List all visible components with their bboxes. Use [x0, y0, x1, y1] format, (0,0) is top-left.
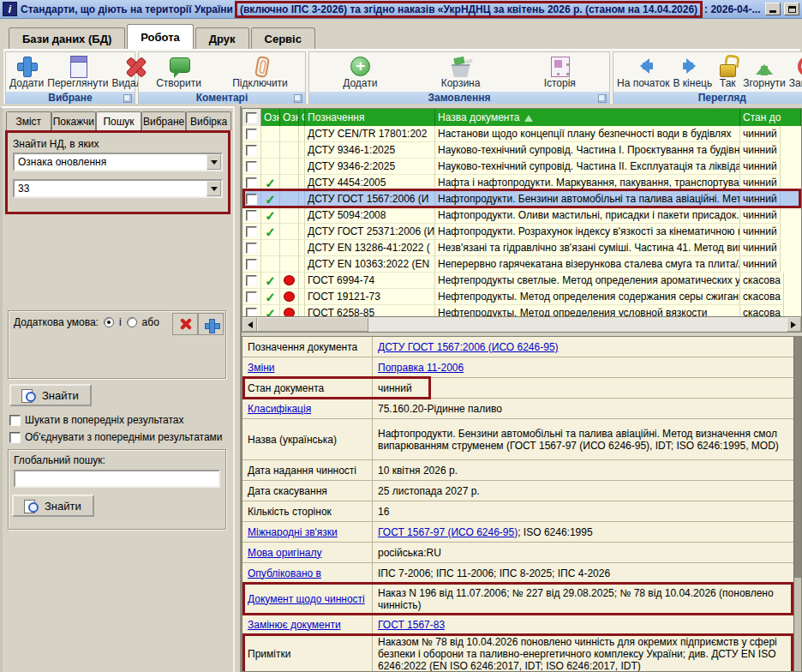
sidebar-tab[interactable]: Вибране	[141, 111, 187, 130]
dialog-launcher-icon[interactable]	[294, 94, 302, 103]
details-label-link[interactable]: Опубліковано в	[248, 567, 321, 579]
main-tab-label: Друк	[209, 33, 236, 45]
row-checkbox[interactable]	[246, 226, 257, 237]
details-value-link[interactable]: ГОСТ 1567-97 (ИСО 6246-95)	[378, 526, 518, 538]
header-mark1[interactable]: Озн	[261, 109, 280, 126]
select-all-checkbox[interactable]	[246, 112, 257, 123]
scroll-right-button[interactable]	[787, 317, 801, 332]
scroll-left-button[interactable]	[242, 317, 257, 332]
ribbon-button[interactable]: Створити	[154, 53, 203, 91]
main-tab[interactable]: Друк	[195, 27, 249, 49]
maximize-icon	[788, 6, 796, 13]
sidebar-tab[interactable]: Покажчи	[51, 111, 97, 130]
header-designation[interactable]: Позначення	[305, 109, 435, 126]
row-mark2-cell	[280, 289, 299, 305]
search-value-select[interactable]: 33	[13, 179, 223, 198]
header-mark2[interactable]: Озн	[280, 109, 299, 126]
main-tab[interactable]: Сервіс	[251, 27, 315, 49]
search-field-select[interactable]: Ознака оновлення	[13, 153, 223, 171]
sidebar-tab[interactable]: Вибірка	[186, 111, 231, 130]
remove-condition-button[interactable]	[172, 313, 198, 335]
row-checkbox[interactable]	[246, 145, 257, 156]
details-value-link[interactable]: ГОСТ 1567-83	[378, 619, 445, 631]
panel-splitter[interactable]	[233, 106, 242, 672]
table-row[interactable]: ✓ ДСТУ ГОСТ 25371:2006 (И Нафтопродукти.…	[242, 224, 801, 240]
find-button[interactable]: Знайти	[9, 384, 92, 406]
ribbon-group: Додати Корзина Історія Замовлення	[308, 51, 610, 104]
dialog-launcher-icon[interactable]	[123, 94, 132, 103]
details-label-link[interactable]: Замінює документи	[248, 619, 341, 631]
table-row[interactable]: ✓ ДСТУ 5094:2008 Нафтопродукти. Оливи ма…	[242, 207, 801, 224]
radio-or[interactable]	[127, 317, 137, 327]
cell-state: чинний	[740, 240, 781, 256]
details-vertical-scrollbar[interactable]	[793, 337, 801, 671]
table-row[interactable]: ✓ ДСТУ 9346-1:2025 Науково-технічний суп…	[242, 142, 801, 159]
details-label-link[interactable]: Зміни	[248, 362, 275, 374]
minimize-button[interactable]	[765, 3, 781, 15]
details-label-link[interactable]: Класифікація	[248, 403, 311, 415]
radio-and[interactable]	[104, 317, 114, 327]
ribbon-button-label: Згорнути	[743, 77, 786, 89]
table-row[interactable]: ✓ ДСТУ 9346-2:2025 Науково-технічний суп…	[242, 159, 801, 175]
details-row: Зміни Поправка 11-2006	[242, 357, 793, 378]
row-mark2-cell	[280, 175, 299, 191]
ribbon-button[interactable]: На початок	[615, 53, 672, 91]
details-label-link[interactable]: Документ щодо чинності	[248, 593, 365, 605]
details-value: Нафтопродукти. Бензини автомобільні та п…	[378, 428, 788, 452]
row-checkbox[interactable]	[246, 210, 257, 221]
merge-with-previous-checkbox[interactable]	[9, 432, 21, 443]
table-row[interactable]: ✓ ДСТУ EN 13286-41:2022 ( Незв'язані та …	[242, 240, 801, 256]
radio-and-label: і	[119, 316, 122, 328]
ribbon-button[interactable]: Історія	[542, 53, 578, 91]
row-checkbox[interactable]	[246, 129, 257, 140]
details-value-link[interactable]: Поправка 11-2006	[378, 362, 464, 374]
row-checkbox[interactable]	[246, 161, 257, 172]
table-row[interactable]: ✓ ДСТУ ГОСТ 1567:2006 (И Нафтопродукти. …	[242, 191, 801, 207]
ribbon-group-strip: Коментарі	[139, 92, 305, 104]
ribbon-button[interactable]: В кінець	[672, 53, 715, 91]
search-in-previous-checkbox[interactable]	[9, 415, 21, 426]
header-mark3[interactable]: О	[299, 109, 305, 126]
table-row[interactable]: ✓ ДСТУ EN 10363:2022 (EN Неперервно гаря…	[242, 256, 801, 273]
details-value-text: Нафтопродукти. Бензини автомобільні та п…	[378, 428, 779, 452]
table-row[interactable]: ✓ ГОСТ 6994-74 Нефтепродукты светлые. Ме…	[242, 273, 801, 289]
details-value-cell: ДСТУ ГОСТ 1567:2006 (ИСО 6246-95)	[373, 337, 793, 357]
ribbon-button[interactable]: Додати	[341, 53, 379, 91]
ribbon-button[interactable]: Корзина	[440, 53, 482, 91]
add-condition-button[interactable]	[198, 313, 224, 335]
table-row[interactable]: ✓ ГОСТ 19121-73 Нефтепродукты. Метод опр…	[242, 289, 801, 305]
row-checkbox[interactable]	[246, 177, 257, 189]
details-rows: Позначення документа ДСТУ ГОСТ 1567:2006…	[242, 337, 793, 672]
table-row[interactable]: ✓ ДСТУ CEN/TR 17801:202 Настанови щодо к…	[242, 126, 801, 142]
global-find-button[interactable]: Знайти	[12, 495, 94, 517]
details-label-link[interactable]: Міжнародні зв'язки	[248, 526, 338, 538]
main-tab[interactable]: Бази даних (БД)	[9, 27, 125, 49]
main-tab[interactable]: Робота	[127, 24, 194, 49]
dialog-launcher-icon[interactable]	[598, 94, 607, 103]
details-value-link[interactable]: ДСТУ ГОСТ 1567:2006 (ИСО 6246-95)	[378, 341, 559, 353]
scrollbar-thumb[interactable]	[257, 317, 368, 332]
ribbon-button[interactable]: Закрити	[787, 53, 802, 91]
row-checkbox[interactable]	[246, 275, 257, 286]
global-search-input[interactable]	[14, 470, 220, 488]
dropdown-button[interactable]	[206, 181, 221, 196]
maximize-button[interactable]	[784, 3, 799, 15]
row-checkbox[interactable]	[246, 291, 257, 303]
header-name[interactable]: Назва документа	[435, 109, 740, 126]
horizontal-scrollbar[interactable]	[242, 316, 801, 332]
row-checkbox[interactable]	[246, 194, 257, 205]
ribbon-button[interactable]: Додати	[8, 53, 45, 91]
ribbon-button[interactable]: Підключити	[230, 53, 290, 91]
details-label-link[interactable]: Мова оригіналу	[248, 547, 321, 559]
dropdown-button[interactable]	[206, 154, 221, 170]
header-state[interactable]: Стан до	[740, 109, 801, 126]
sidebar-tab[interactable]: Пошук	[96, 111, 141, 130]
ribbon-button[interactable]: Згорнути	[741, 53, 787, 91]
row-checkbox[interactable]	[246, 259, 257, 270]
table-row[interactable]: ✓ ДСТУ 4454:2005 Нафта і нафтопродукти. …	[242, 175, 801, 191]
details-value-cell: ІПС 7-2006; ІПС 11-2006; ІПС 8-2025; ІПС…	[373, 563, 793, 583]
sidebar-tab[interactable]: Зміст	[6, 111, 51, 130]
ribbon-button[interactable]: Так	[714, 53, 741, 91]
ribbon-button[interactable]: Переглянути	[45, 53, 110, 91]
row-checkbox[interactable]	[246, 243, 257, 254]
